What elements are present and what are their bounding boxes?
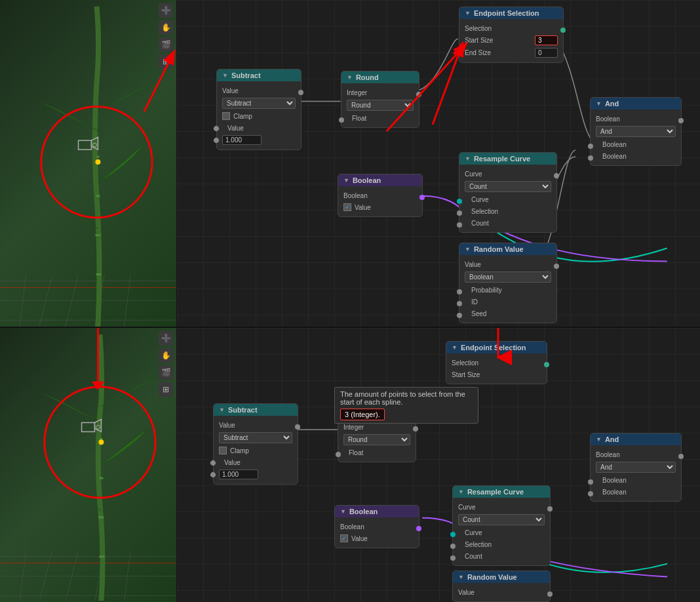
boolean-header-top: ▼ Boolean bbox=[338, 174, 422, 186]
grid-icon-bottom[interactable]: ⊞ bbox=[159, 382, 173, 397]
boolean-node-bottom: ▼ Boolean Boolean Value bbox=[334, 505, 419, 548]
ep-sel-out-bottom bbox=[544, 362, 549, 367]
rand-val-out-b bbox=[547, 592, 553, 597]
round-mode-select[interactable]: Round bbox=[347, 100, 414, 111]
random-type-select-top[interactable]: Boolean bbox=[465, 271, 551, 283]
round-node-top: ▼ Round Integer Round Float bbox=[341, 71, 419, 128]
node-editor-bottom[interactable]: ▼ Endpoint Selection Selection Start Siz… bbox=[177, 328, 700, 602]
subtract-mode-row[interactable]: Subtract bbox=[217, 96, 301, 110]
sub-val-out-b bbox=[295, 424, 300, 430]
node-editor-top[interactable]: ▼ Subtract Value Subtract C bbox=[177, 0, 700, 327]
resample-mode-select-top[interactable]: Count bbox=[465, 181, 551, 192]
and-bool-out-b bbox=[678, 454, 684, 459]
probability-socket bbox=[457, 289, 462, 294]
endpoint-selection-node-bottom: ▼ Endpoint Selection Selection Start Siz… bbox=[446, 341, 547, 384]
viewport-bottom[interactable]: ➕ ✋ 🎬 ⊞ bbox=[0, 328, 177, 602]
svg-rect-14 bbox=[79, 140, 92, 150]
and-bool1-in bbox=[588, 144, 593, 149]
subtract-node-bottom: ▼ Subtract Value Subtract C bbox=[213, 403, 298, 485]
seed-socket bbox=[457, 313, 462, 318]
resample-curve-node-top: ▼ Resample Curve Curve Count bbox=[459, 152, 557, 233]
clamp-checkbox-b[interactable] bbox=[219, 447, 227, 454]
toolbar-top: ➕ ✋ 🎬 ⊞ bbox=[159, 3, 173, 69]
resample-header-bottom: ▼ Resample Curve bbox=[453, 486, 550, 498]
add-icon[interactable]: ➕ bbox=[159, 3, 173, 18]
tooltip-box: The amount of points to select from the … bbox=[334, 387, 478, 424]
resample-curve-in bbox=[554, 173, 559, 178]
round-node-header: ▼ Round bbox=[341, 71, 419, 83]
start-size-input-top[interactable] bbox=[535, 35, 558, 45]
boolean-checkbox-top[interactable] bbox=[343, 203, 351, 211]
resample-curve-in-b bbox=[547, 506, 553, 512]
resample-curve-out bbox=[457, 199, 462, 204]
round-integer-out bbox=[416, 92, 421, 97]
svg-line-25 bbox=[39, 550, 52, 601]
val-in-socket2-b bbox=[209, 471, 216, 478]
clamp-checkbox[interactable] bbox=[222, 112, 230, 120]
top-half: ➕ ✋ 🎬 ⊞ bbox=[0, 0, 700, 328]
value-in-socket bbox=[212, 125, 220, 132]
svg-point-34 bbox=[98, 439, 104, 445]
viewport-top[interactable]: ➕ ✋ 🎬 ⊞ bbox=[0, 0, 177, 327]
resample-count-out-b bbox=[450, 555, 456, 561]
round-float-in-b bbox=[336, 452, 341, 457]
and-bool-out bbox=[678, 118, 684, 123]
random-value-out bbox=[554, 264, 559, 269]
subtract-clamp-row: Clamp bbox=[217, 110, 301, 122]
and-bool2-in-b bbox=[588, 491, 593, 496]
subtract-value-input[interactable] bbox=[222, 135, 262, 145]
camera-icon-bottom[interactable]: 🎬 bbox=[159, 365, 173, 380]
tooltip-value: 3 (Integer). bbox=[340, 409, 385, 420]
ep-selection-header: ▼ Endpoint Selection bbox=[459, 7, 563, 19]
and-node-bottom: ▼ And Boolean And Boolean bbox=[590, 433, 682, 502]
and-mode-select-b[interactable]: And bbox=[596, 462, 676, 473]
round-int-out-b bbox=[413, 426, 418, 431]
svg-line-28 bbox=[124, 550, 130, 601]
bottom-half: ➕ ✋ 🎬 ⊞ bbox=[0, 328, 700, 602]
val-in-socket-b bbox=[209, 459, 216, 466]
subtract-node-top: ▼ Subtract Value Subtract C bbox=[216, 69, 301, 150]
and-bool2-in bbox=[588, 155, 593, 161]
round-mode-select-b[interactable]: Round bbox=[343, 434, 410, 445]
toolbar-bottom: ➕ ✋ 🎬 ⊞ bbox=[159, 331, 173, 397]
boolean-header-bottom: ▼ Boolean bbox=[335, 506, 419, 517]
and-node-top: ▼ And Boolean And Boolean bbox=[590, 97, 682, 166]
subtract-header-bottom: ▼ Subtract bbox=[214, 404, 298, 416]
camera-icon[interactable]: 🎬 bbox=[159, 37, 173, 52]
resample-mode-select-b[interactable]: Count bbox=[458, 514, 545, 525]
subtract-value-field-row bbox=[217, 134, 301, 146]
endpoint-selection-node-top: ▼ Endpoint Selection Selection Start Siz… bbox=[459, 7, 564, 63]
random-header-top: ▼ Random Value bbox=[459, 243, 556, 255]
grid-icon[interactable]: ⊞ bbox=[159, 54, 173, 69]
subtract-mode-select-b[interactable]: Subtract bbox=[219, 432, 292, 443]
svg-point-13 bbox=[95, 159, 100, 165]
subtract-value-in-row: Value bbox=[217, 122, 301, 134]
end-size-input-top[interactable] bbox=[535, 48, 558, 58]
bool-checkbox-b[interactable] bbox=[340, 534, 348, 542]
hand-icon-bottom[interactable]: ✋ bbox=[159, 348, 173, 363]
resample-count-out bbox=[457, 222, 462, 228]
hand-icon[interactable]: ✋ bbox=[159, 20, 173, 35]
and-header-bottom: ▼ And bbox=[591, 433, 681, 445]
random-value-node-top: ▼ Random Value Value Boolean bbox=[459, 243, 557, 323]
main-container: ➕ ✋ 🎬 ⊞ bbox=[0, 0, 700, 602]
subtract-mode-select[interactable]: Subtract bbox=[222, 98, 296, 109]
subtract-value-input-b[interactable] bbox=[219, 470, 258, 479]
svg-rect-35 bbox=[82, 422, 95, 431]
resample-selection-out bbox=[457, 211, 462, 216]
resample-curve-node-bottom: ▼ Resample Curve Curve Count bbox=[452, 485, 551, 566]
svg-line-24 bbox=[20, 550, 26, 601]
id-socket bbox=[457, 301, 462, 306]
boolean-node-top: ▼ Boolean Boolean Value bbox=[338, 174, 423, 217]
and-header-top: ▼ And bbox=[591, 98, 681, 110]
resample-sel-out-b bbox=[450, 544, 456, 549]
boolean-out-top bbox=[419, 195, 425, 200]
add-icon-bottom[interactable]: ➕ bbox=[159, 331, 173, 346]
and-mode-select-top[interactable]: And bbox=[596, 126, 676, 137]
svg-line-26 bbox=[66, 550, 79, 601]
ep-selection-out bbox=[560, 28, 566, 33]
random-header-bottom: ▼ Random Value bbox=[453, 571, 550, 583]
tooltip-text: The amount of points to select from the … bbox=[340, 390, 465, 406]
subtract-value-row: Value bbox=[217, 85, 301, 96]
random-value-node-bottom: ▼ Random Value Value bbox=[452, 571, 551, 602]
